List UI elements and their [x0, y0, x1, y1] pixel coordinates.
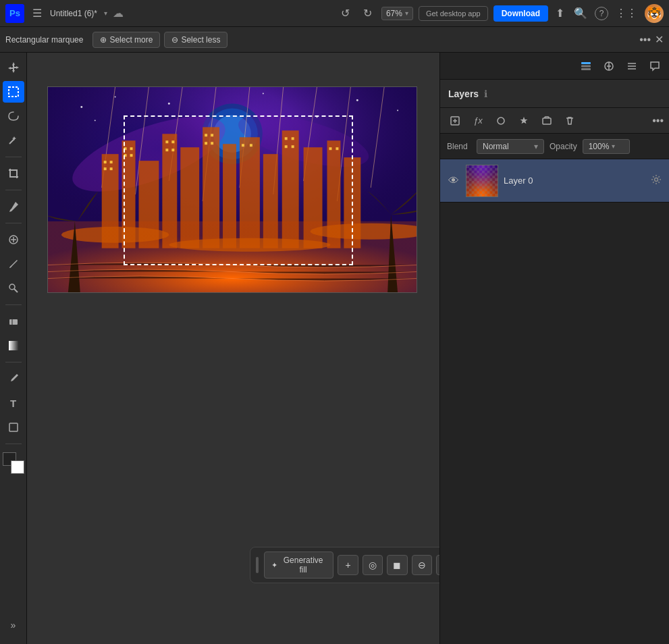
- svg-point-71: [263, 93, 264, 95]
- shape-tool[interactable]: [3, 417, 24, 438]
- download-button[interactable]: Download: [493, 5, 548, 22]
- svg-rect-55: [211, 142, 213, 144]
- background-color[interactable]: [11, 460, 24, 474]
- blend-mode-select[interactable]: Normal ▾: [477, 139, 544, 154]
- transform-selection-button[interactable]: ◎: [363, 555, 383, 575]
- canvas-image[interactable]: [47, 86, 417, 293]
- adjustment-layer-button[interactable]: [514, 111, 533, 130]
- svg-rect-42: [104, 167, 107, 170]
- search-icon[interactable]: 🔍: [572, 5, 589, 22]
- svg-point-68: [80, 106, 82, 108]
- mask-button[interactable]: ◼: [387, 555, 407, 575]
- svg-point-69: [115, 97, 116, 98]
- svg-rect-41: [110, 161, 113, 163]
- tool-options-more-button[interactable]: •••: [639, 34, 651, 46]
- undo-button[interactable]: ↺: [337, 4, 354, 22]
- svg-rect-6: [9, 319, 18, 325]
- healing-brush-tool[interactable]: [3, 229, 24, 250]
- svg-point-72: [356, 99, 358, 101]
- get-desktop-app-button[interactable]: Get desktop app: [419, 6, 488, 21]
- canvas-background: [48, 87, 417, 292]
- svg-rect-54: [205, 142, 207, 144]
- svg-point-70: [168, 103, 170, 105]
- select-more-button[interactable]: ⊕ Select more: [92, 32, 160, 48]
- user-avatar[interactable]: 🐯: [645, 4, 664, 23]
- svg-rect-90: [466, 165, 498, 196]
- mask-button[interactable]: [491, 111, 510, 130]
- group-layers-button[interactable]: [537, 111, 556, 130]
- svg-rect-62: [329, 147, 331, 150]
- add-icon: +: [346, 560, 351, 570]
- expand-tools-button[interactable]: »: [3, 614, 24, 636]
- gradient-tool[interactable]: [3, 335, 24, 356]
- svg-rect-59: [292, 137, 294, 140]
- tool-options-close-button[interactable]: ✕: [655, 33, 664, 46]
- lasso-tool[interactable]: [3, 105, 24, 127]
- properties-panel-button[interactable]: [622, 56, 642, 76]
- svg-point-66: [169, 238, 330, 252]
- move-tool[interactable]: [3, 57, 24, 78]
- layers-panel-button[interactable]: [576, 56, 596, 76]
- generative-fill-icon: ✦: [271, 561, 277, 570]
- layer-visibility-icon[interactable]: 👁: [447, 175, 460, 187]
- svg-rect-43: [110, 167, 113, 170]
- toolbar-divider-5: [5, 362, 22, 363]
- subtract-button[interactable]: ⊖: [412, 555, 432, 575]
- layers-toolbar-more-button[interactable]: •••: [652, 115, 664, 127]
- text-tool[interactable]: T: [3, 392, 24, 414]
- canvas-area[interactable]: ✦ Generative fill + ◎ ◼ ⊖ ⊞ ⊟ ••• Desele…: [27, 53, 439, 644]
- expand-selection-button[interactable]: ⊞: [436, 555, 439, 575]
- rectangular-marquee-tool[interactable]: [3, 81, 24, 103]
- svg-rect-78: [581, 68, 591, 70]
- layer-name: Layer 0: [504, 176, 645, 186]
- eraser-tool[interactable]: [3, 311, 24, 332]
- svg-rect-63: [336, 147, 338, 150]
- layers-panel-title: Layers: [448, 88, 479, 99]
- zoom-control[interactable]: 67% ▾: [381, 7, 413, 20]
- opacity-arrow: ▾: [612, 142, 615, 150]
- clone-stamp-tool[interactable]: [3, 277, 24, 299]
- svg-rect-60: [285, 145, 288, 148]
- redo-button[interactable]: ↻: [359, 4, 376, 22]
- svg-rect-58: [285, 137, 288, 140]
- svg-line-1: [9, 139, 14, 144]
- layer-thumbnail: [466, 165, 498, 197]
- eyedropper-tool[interactable]: [3, 196, 24, 217]
- delete-layer-button[interactable]: [560, 111, 579, 130]
- generative-fill-button[interactable]: ✦ Generative fill: [264, 552, 334, 579]
- svg-rect-8: [9, 341, 18, 350]
- crop-tool[interactable]: [3, 163, 24, 184]
- adjustments-panel-button[interactable]: [599, 56, 619, 76]
- layer-item-layer0[interactable]: 👁 Layer 0: [440, 159, 669, 203]
- menu-icon[interactable]: ☰: [30, 4, 45, 22]
- layers-panel: Layers ℹ ƒx: [440, 80, 669, 644]
- magic-wand-tool[interactable]: [3, 130, 24, 151]
- brush-tool[interactable]: [3, 253, 24, 275]
- topbar: Ps ☰ Untitled1 (6)* ▾ ☁ ↺ ↻ 67% ▾ Get de…: [0, 0, 669, 27]
- layers-toolbar: ƒx •••: [440, 108, 669, 134]
- svg-rect-44: [124, 147, 127, 150]
- title-dropdown-arrow[interactable]: ▾: [104, 9, 107, 17]
- select-less-button[interactable]: ⊖ Select less: [164, 32, 228, 48]
- svg-rect-46: [124, 154, 127, 157]
- blend-opacity-row: Blend Normal ▾ Opacity 100% ▾: [440, 134, 669, 159]
- comments-panel-button[interactable]: [645, 56, 665, 76]
- pen-tool[interactable]: [3, 368, 24, 390]
- add-to-selection-button[interactable]: +: [338, 555, 358, 575]
- cloud-sync-icon: ☁: [113, 7, 124, 20]
- fx-button[interactable]: ƒx: [469, 111, 487, 130]
- new-layer-button[interactable]: [446, 111, 464, 130]
- svg-rect-76: [581, 62, 591, 64]
- svg-rect-47: [130, 154, 133, 157]
- apps-grid-icon[interactable]: ⋮⋮: [614, 5, 639, 22]
- canvas-image-container: [47, 86, 417, 293]
- layer-settings-icon[interactable]: [650, 173, 662, 188]
- layers-info-icon[interactable]: ℹ: [484, 88, 487, 99]
- mask-icon: ◼: [393, 560, 401, 570]
- toolbar-divider-2: [5, 190, 22, 190]
- help-icon[interactable]: ?: [595, 7, 608, 20]
- opacity-control[interactable]: 100% ▾: [583, 139, 630, 154]
- topbar-icons: ⬆ 🔍 ? ⋮⋮: [554, 5, 639, 22]
- share-icon[interactable]: ⬆: [554, 5, 566, 22]
- context-bar-drag-handle: [256, 557, 259, 573]
